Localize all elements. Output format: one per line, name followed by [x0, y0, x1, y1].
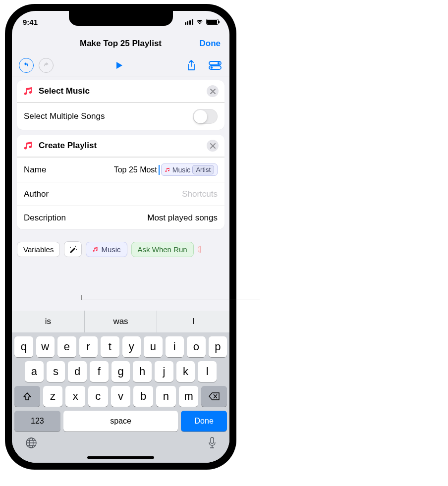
editor-toolbar	[12, 54, 229, 76]
status-time: 9:41	[23, 18, 38, 26]
description-row[interactable]: Description Most played songs	[17, 206, 224, 229]
music-note-icon	[165, 167, 170, 173]
name-row[interactable]: Name Top 25 Most Music Artist	[17, 157, 224, 182]
field-label: Author	[24, 189, 49, 199]
key-j[interactable]: j	[155, 361, 173, 382]
name-value[interactable]: Top 25 Most Music Artist	[51, 163, 218, 176]
callout-line	[81, 300, 260, 300]
key-row-4: 123 space Done	[12, 407, 229, 432]
field-label: Description	[24, 213, 66, 223]
wand-icon	[68, 245, 77, 254]
key-w[interactable]: w	[36, 336, 55, 357]
numeric-key[interactable]: 123	[14, 411, 60, 432]
keyboard: is was I q w e r t y u i o p a s d f	[12, 311, 229, 463]
key-e[interactable]: e	[57, 336, 76, 357]
key-g[interactable]: g	[112, 361, 130, 382]
key-l[interactable]: l	[198, 361, 217, 382]
author-row[interactable]: Author Shortcuts	[17, 182, 224, 206]
key-s[interactable]: s	[47, 361, 65, 382]
key-x[interactable]: x	[65, 386, 85, 407]
nav-bar: Make Top 25 Playlist Done	[12, 33, 229, 54]
settings-button[interactable]	[208, 58, 223, 73]
token-label: Music	[172, 166, 191, 174]
key-v[interactable]: v	[111, 386, 131, 407]
svg-point-5	[70, 247, 71, 248]
key-n[interactable]: n	[156, 386, 176, 407]
share-button[interactable]	[184, 58, 199, 73]
key-t[interactable]: t	[101, 336, 119, 357]
svg-point-6	[76, 249, 77, 250]
backspace-key[interactable]	[201, 386, 227, 407]
run-button[interactable]	[112, 58, 126, 73]
svg-point-1	[218, 62, 220, 64]
key-a[interactable]: a	[25, 361, 44, 382]
cellular-icon	[185, 19, 193, 25]
key-q[interactable]: q	[14, 336, 33, 357]
variables-button[interactable]: Variables	[17, 242, 60, 257]
action-create-playlist: Create Playlist Name Top 25 Most Music A…	[17, 135, 224, 229]
undo-button[interactable]	[19, 58, 34, 73]
nav-title: Make Top 25 Playlist	[80, 39, 162, 49]
key-r[interactable]: r	[79, 336, 98, 357]
done-button[interactable]: Done	[200, 39, 221, 49]
delete-action-button[interactable]	[207, 140, 219, 152]
key-m[interactable]: m	[179, 386, 199, 407]
action-header: Create Playlist	[17, 135, 224, 157]
variable-bar: Variables Music Ask When Run	[12, 237, 229, 261]
battery-icon	[206, 19, 219, 25]
suggestion[interactable]: I	[157, 311, 229, 332]
select-multiple-switch[interactable]	[193, 109, 218, 124]
key-c[interactable]: c	[88, 386, 108, 407]
key-row-2: a s d f g h j k l	[12, 357, 229, 382]
dictation-button[interactable]	[208, 436, 217, 451]
suggestion-bar: is was I	[12, 311, 229, 332]
key-i[interactable]: i	[166, 336, 184, 357]
key-h[interactable]: h	[133, 361, 152, 382]
ask-when-run-pill[interactable]: Ask When Run	[131, 242, 194, 257]
globe-icon	[25, 436, 38, 449]
device-frame: 9:41 Make Top 25 Playlist Done	[5, 4, 236, 470]
space-key[interactable]: space	[63, 411, 178, 432]
music-variable-pill[interactable]: Music	[86, 242, 127, 257]
redo-button	[39, 58, 54, 73]
description-value: Most played songs	[71, 213, 218, 223]
globe-button[interactable]	[25, 436, 38, 451]
key-y[interactable]: y	[122, 336, 141, 357]
music-app-icon	[23, 86, 34, 97]
key-k[interactable]: k	[176, 361, 195, 382]
key-row-3: z x c v b n m	[12, 382, 229, 407]
action-list: Select Music Select Multiple Songs	[12, 76, 229, 234]
author-placeholder: Shortcuts	[54, 189, 218, 199]
keyboard-bottom-row	[12, 432, 229, 451]
delete-action-button[interactable]	[207, 85, 219, 97]
variable-token[interactable]: Music Artist	[161, 163, 218, 176]
text-cursor	[159, 165, 160, 175]
status-indicators	[185, 19, 219, 25]
svg-point-4	[75, 246, 76, 247]
action-title: Create Playlist	[39, 141, 202, 151]
svg-point-3	[211, 66, 213, 68]
action-title: Select Music	[39, 86, 202, 96]
key-u[interactable]: u	[144, 336, 163, 357]
home-indicator[interactable]	[87, 456, 154, 459]
key-o[interactable]: o	[187, 336, 206, 357]
overflow-pill[interactable]	[198, 246, 201, 253]
key-row-1: q w e r t y u i o p	[12, 332, 229, 357]
svg-rect-12	[211, 437, 214, 443]
key-p[interactable]: p	[209, 336, 227, 357]
shift-key[interactable]	[14, 386, 40, 407]
suggestion[interactable]: is	[12, 311, 85, 332]
key-z[interactable]: z	[43, 386, 63, 407]
backspace-icon	[209, 392, 220, 400]
token-detail[interactable]: Artist	[192, 165, 214, 174]
magic-variable-button[interactable]	[64, 241, 82, 257]
keyboard-done-key[interactable]: Done	[181, 411, 227, 432]
key-d[interactable]: d	[68, 361, 87, 382]
key-f[interactable]: f	[90, 361, 109, 382]
key-b[interactable]: b	[133, 386, 153, 407]
screen: 9:41 Make Top 25 Playlist Done	[12, 11, 229, 463]
action-select-music: Select Music Select Multiple Songs	[17, 80, 224, 130]
wifi-icon	[196, 19, 204, 25]
select-multiple-row: Select Multiple Songs	[17, 103, 224, 130]
suggestion[interactable]: was	[85, 311, 158, 332]
